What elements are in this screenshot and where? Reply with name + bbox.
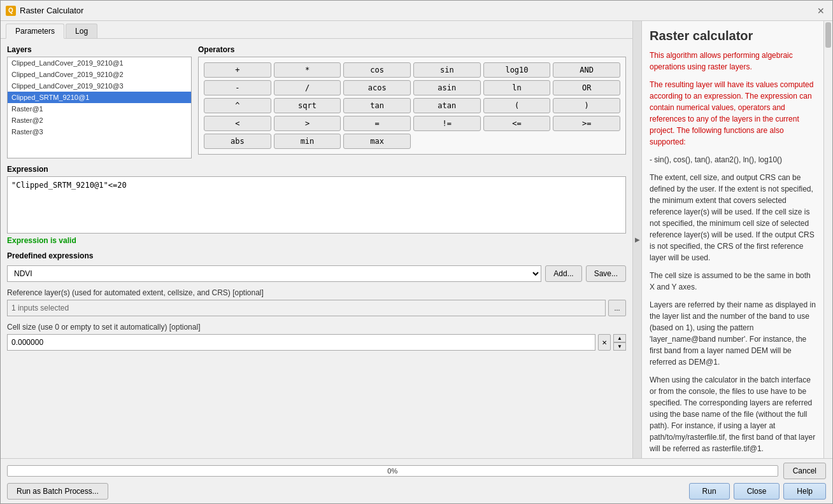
window-close-button[interactable]: ✕ <box>815 4 827 17</box>
expression-label: Expression <box>7 165 626 174</box>
op-rparen[interactable]: ) <box>553 98 620 113</box>
help-para-1: The resulting layer will have its values… <box>650 79 816 148</box>
operators-label: Operators <box>198 45 626 54</box>
op-gte[interactable]: >= <box>553 116 620 131</box>
help-content: Raster calculator This algorithm allows … <box>642 21 823 458</box>
help-para-5: Layers are referred by their name as dis… <box>650 299 816 368</box>
expression-section: Expression "Clipped_SRTM_9210@1"<=20 Exp… <box>7 165 626 245</box>
list-item[interactable]: Clipped_SRTM_9210@1 <box>8 92 191 103</box>
reference-label: Reference layer(s) (used for automated e… <box>7 288 626 297</box>
expression-valid-message: Expression is valid <box>7 236 626 245</box>
help-para-4: The cell size is assumed to be the same … <box>650 270 816 293</box>
tab-bar: Parameters Log <box>1 21 632 39</box>
expression-input[interactable]: "Clipped_SRTM_9210@1"<=20 <box>7 176 626 234</box>
op-acos[interactable]: acos <box>343 80 411 95</box>
op-lparen[interactable]: ( <box>483 98 551 113</box>
help-scrollbar[interactable] <box>823 21 832 458</box>
cell-size-clear-button[interactable]: ✕ <box>598 334 611 351</box>
params-panel: Layers Clipped_LandCover_2019_9210@1 Cli… <box>1 39 632 458</box>
app-icon: Q <box>6 6 16 16</box>
bottom-actions: Run as Batch Process... Run Close Help <box>7 483 826 500</box>
list-item[interactable]: Raster@3 <box>8 126 191 137</box>
list-item[interactable]: Clipped_LandCover_2019_9210@1 <box>8 57 191 69</box>
main-window: Q Raster Calculator ✕ Parameters Log Lay… <box>0 0 833 504</box>
right-panel: Raster calculator This algorithm allows … <box>641 21 832 458</box>
op-or[interactable]: OR <box>553 80 620 95</box>
op-minus[interactable]: - <box>204 80 271 95</box>
help-button[interactable]: Help <box>783 483 826 500</box>
op-log10[interactable]: log10 <box>483 62 551 78</box>
op-and[interactable]: AND <box>553 62 620 78</box>
op-plus[interactable]: + <box>204 62 271 78</box>
title-bar: Q Raster Calculator ✕ <box>1 1 832 21</box>
cell-size-input[interactable] <box>7 334 595 351</box>
list-item[interactable]: Raster@2 <box>8 115 191 126</box>
predefined-select[interactable]: NDVI <box>7 265 541 282</box>
layers-label: Layers <box>7 45 192 54</box>
op-cos[interactable]: cos <box>343 62 411 78</box>
layers-box: Layers Clipped_LandCover_2019_9210@1 Cli… <box>7 45 192 158</box>
op-lt[interactable]: < <box>204 116 271 131</box>
cell-size-section: Cell size (use 0 or empty to set it auto… <box>7 323 626 351</box>
close-button[interactable]: Close <box>734 483 780 500</box>
predefined-label: Predefined expressions <box>7 251 626 260</box>
cancel-button[interactable]: Cancel <box>783 463 826 479</box>
bottom-right-buttons: Run Close Help <box>689 483 826 500</box>
run-batch-button[interactable]: Run as Batch Process... <box>7 483 108 500</box>
spinner-up-button[interactable]: ▲ <box>613 334 626 342</box>
collapse-arrow[interactable]: ▶ <box>632 21 641 458</box>
window-title: Raster Calculator <box>20 6 83 15</box>
op-gt[interactable]: > <box>274 116 341 131</box>
operators-box: Operators + * cos sin log10 AND - / acos… <box>198 45 626 158</box>
list-item[interactable]: Clipped_LandCover_2019_9210@2 <box>8 69 191 80</box>
cell-size-spinner: ▲ ▼ <box>613 334 626 351</box>
op-sqrt[interactable]: sqrt <box>274 98 341 113</box>
op-min[interactable]: min <box>274 134 341 149</box>
left-panel: Parameters Log Layers Clipped_LandCover_… <box>1 21 632 458</box>
list-item[interactable]: Raster@1 <box>8 103 191 115</box>
op-sin[interactable]: sin <box>413 62 481 78</box>
run-button[interactable]: Run <box>689 483 730 500</box>
tab-log[interactable]: Log <box>66 24 97 38</box>
progress-text: 0% <box>387 467 397 475</box>
help-para-2: - sin(), cos(), tan(), atan2(), ln(), lo… <box>650 154 816 165</box>
help-para-0: This algorithm allows performing algebra… <box>650 50 816 73</box>
cell-size-row: ✕ ▲ ▼ <box>7 334 626 351</box>
add-button[interactable]: Add... <box>545 265 581 282</box>
op-lte[interactable]: <= <box>483 116 551 131</box>
reference-input-row: ... <box>7 300 626 316</box>
cell-size-label: Cell size (use 0 or empty to set it auto… <box>7 323 626 332</box>
layers-list[interactable]: Clipped_LandCover_2019_9210@1 Clipped_La… <box>7 57 192 158</box>
title-bar-left: Q Raster Calculator <box>6 6 83 16</box>
op-eq[interactable]: = <box>343 116 411 131</box>
operator-grid: + * cos sin log10 AND - / acos asin ln O… <box>198 57 626 155</box>
reference-input[interactable] <box>7 300 606 316</box>
op-ln[interactable]: ln <box>483 80 551 95</box>
layers-operators-row: Layers Clipped_LandCover_2019_9210@1 Cli… <box>7 45 626 158</box>
list-item[interactable]: Clipped_LandCover_2019_9210@3 <box>8 80 191 92</box>
right-panel-inner: Raster calculator This algorithm allows … <box>642 21 832 458</box>
spinner-down-button[interactable]: ▼ <box>613 342 626 351</box>
tab-parameters[interactable]: Parameters <box>6 24 64 39</box>
predefined-row: NDVI Add... Save... <box>7 265 626 282</box>
scrollbar-thumb[interactable] <box>825 22 831 48</box>
help-title: Raster calculator <box>650 29 816 43</box>
op-abs[interactable]: abs <box>204 134 271 149</box>
op-asin[interactable]: asin <box>413 80 481 95</box>
save-button[interactable]: Save... <box>586 265 626 282</box>
help-para-6: When using the calculator in the batch i… <box>650 374 816 454</box>
op-divide[interactable]: / <box>274 80 341 95</box>
op-multiply[interactable]: * <box>274 62 341 78</box>
progress-row: 0% Cancel <box>7 463 826 479</box>
reference-browse-button[interactable]: ... <box>608 300 626 316</box>
main-content: Parameters Log Layers Clipped_LandCover_… <box>1 21 832 458</box>
help-para-3: The extent, cell size, and output CRS ca… <box>650 172 816 263</box>
bottom-bar: 0% Cancel Run as Batch Process... Run Cl… <box>1 458 832 503</box>
op-max[interactable]: max <box>343 134 411 149</box>
op-atan[interactable]: atan <box>413 98 481 113</box>
predefined-section: Predefined expressions NDVI Add... Save.… <box>7 251 626 282</box>
op-neq[interactable]: != <box>413 116 481 131</box>
progress-bar: 0% <box>7 465 778 477</box>
op-tan[interactable]: tan <box>343 98 411 113</box>
op-caret[interactable]: ^ <box>204 98 271 113</box>
